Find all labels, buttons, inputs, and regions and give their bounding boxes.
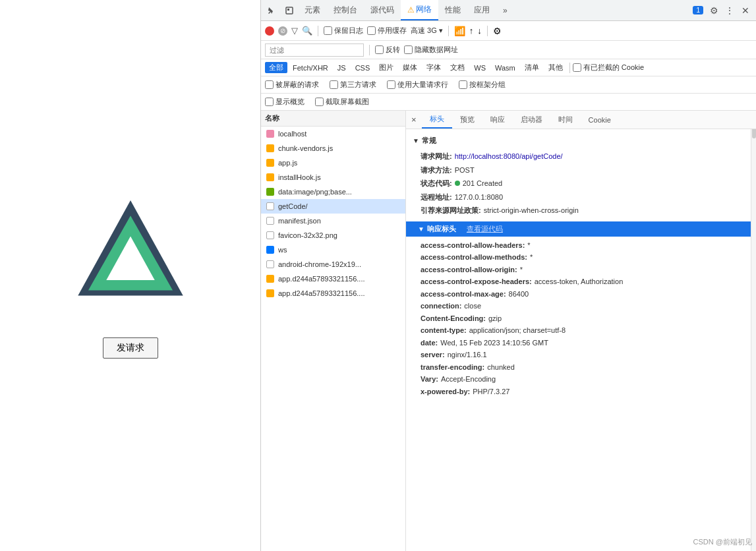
request-item-app-js[interactable]: app.js [261, 156, 405, 170]
type-btn-font[interactable]: 字体 [422, 62, 445, 73]
detail-content: ▼ 常规 请求网址: http://localhost:8080/api/get… [406, 129, 756, 401]
tab-network[interactable]: ⚠网络 [401, 0, 438, 20]
options-right: 使用大量请求行 按框架分组 [387, 80, 506, 90]
show-overview-checkbox[interactable]: 显示概览 [265, 97, 305, 107]
block-button[interactable]: ⊘ [278, 26, 287, 36]
record-button[interactable] [265, 26, 274, 36]
req-icon-dataimage [266, 188, 274, 196]
download-icon[interactable]: ↓ [477, 26, 482, 36]
type-btn-css[interactable]: CSS [351, 63, 374, 72]
cookie-filter-checkbox[interactable]: 有已拦截的 Cookie [573, 63, 644, 72]
request-item-dataimage[interactable]: data:image/png;base... [261, 185, 405, 199]
request-item-favicon[interactable]: favicon-32x32.png [261, 228, 405, 243]
options-left-2: 显示概览 [265, 97, 305, 107]
detail-tab-initiator[interactable]: 启动器 [513, 111, 550, 129]
network-warning-icon: ⚠ [407, 5, 415, 14]
type-btn-js[interactable]: JS [334, 63, 350, 72]
capture-screenshot-checkbox[interactable]: 截取屏幕截图 [315, 97, 369, 107]
view-source-link[interactable]: 查看源代码 [467, 224, 503, 234]
tab-sources[interactable]: 源代码 [364, 0, 401, 20]
req-icon-localhost [266, 130, 274, 138]
tab-more[interactable]: » [496, 0, 514, 20]
tab-elements[interactable]: 元素 [298, 0, 327, 20]
large-rows-checkbox[interactable]: 使用大量请求行 [387, 80, 448, 90]
upload-icon[interactable]: ↑ [469, 26, 474, 36]
req-icon-app-js [266, 159, 274, 167]
svg-rect-4 [287, 9, 289, 11]
request-list-header: 名称 [261, 111, 405, 127]
request-method-row: 请求方法: POST [413, 163, 749, 177]
request-item-localhost[interactable]: localhost [261, 127, 405, 141]
detail-tab-timing[interactable]: 时间 [550, 111, 581, 129]
options-right-2: 截取屏幕截图 [315, 97, 369, 107]
close-detail-button[interactable]: × [406, 115, 422, 125]
request-item-ws[interactable]: ws [261, 243, 405, 257]
send-request-button[interactable]: 发请求 [103, 337, 158, 359]
request-item-installhook[interactable]: installHook.js [261, 170, 405, 185]
invert-checkbox[interactable]: 反转 [375, 45, 400, 55]
status-code-row: 状态代码: 201 Created [413, 177, 749, 190]
response-headers-section[interactable]: ▼ 响应标头 查看源代码 [406, 221, 756, 237]
settings-icon[interactable]: ⚙ [706, 3, 722, 18]
blocked-requests-checkbox[interactable]: 被屏蔽的请求 [265, 80, 319, 90]
detail-tabs: × 标头 预览 响应 启动器 时间 Cookie [406, 111, 756, 129]
tab-cursor[interactable] [264, 0, 281, 20]
type-btn-fetch[interactable]: Fetch/XHR [289, 63, 332, 72]
app-panel: 发请求 [0, 0, 260, 551]
tab-console[interactable]: 控制台 [327, 0, 364, 20]
network-settings-icon[interactable]: ⚙ [493, 26, 502, 36]
network-main: ⊘ ▽ 🔍 保留日志 停用缓存 高速 3G ▾ 📶 ↑ ↓ ⚙ [261, 21, 756, 551]
header-row-allow-headers: access-control-allow-headers: * [413, 239, 749, 252]
request-list: 名称 localhost chunk-vendors.js app.js ins… [261, 111, 406, 551]
csdn-watermark: CSDN @前端初见 [693, 537, 752, 547]
req-icon-installhook [266, 173, 274, 181]
filter-input[interactable] [265, 44, 364, 57]
tab-performance[interactable]: 性能 [438, 0, 467, 20]
vue-logo [65, 192, 196, 311]
tab-application[interactable]: 应用 [467, 0, 496, 20]
type-btn-media[interactable]: 媒体 [399, 62, 421, 73]
network-toolbar: ⊘ ▽ 🔍 保留日志 停用缓存 高速 3G ▾ 📶 ↑ ↓ ⚙ [261, 21, 756, 41]
close-devtools-icon[interactable]: ✕ [738, 3, 753, 18]
type-btn-img[interactable]: 图片 [375, 62, 397, 73]
header-row-max-age: access-control-max-age: 86400 [413, 288, 749, 301]
header-row-x-powered-by: x-powered-by: PHP/7.3.27 [413, 386, 749, 398]
detail-tab-headers[interactable]: 标头 [422, 111, 452, 129]
general-section-header[interactable]: ▼ 常规 [413, 133, 749, 148]
hide-data-urls-checkbox[interactable]: 隐藏数据网址 [404, 45, 458, 55]
detail-tab-cookies[interactable]: Cookie [581, 111, 619, 129]
header-row-allow-origin: access-control-allow-origin: * [413, 264, 749, 276]
request-item-manifest[interactable]: manifest.json [261, 214, 405, 228]
filter-icon[interactable]: ▽ [291, 26, 298, 36]
notification-badge: 1 [693, 6, 703, 14]
third-party-checkbox[interactable]: 第三方请求 [330, 80, 376, 90]
separator-4 [369, 45, 370, 55]
disable-cache-checkbox[interactable]: 停用缓存 [367, 26, 407, 36]
request-item-chunk-vendors[interactable]: chunk-vendors.js [261, 141, 405, 156]
type-btn-other[interactable]: 其他 [544, 62, 567, 73]
detail-tab-preview[interactable]: 预览 [452, 111, 482, 129]
type-btn-wasm[interactable]: Wasm [491, 63, 519, 72]
type-btn-manifest[interactable]: 清单 [521, 62, 543, 73]
detail-scrollbar[interactable] [751, 111, 756, 551]
tab-square[interactable] [281, 0, 298, 20]
speed-dropdown[interactable]: 高速 3G ▾ [411, 26, 443, 36]
request-item-app-hash-1[interactable]: app.d244a57893321156.... [261, 272, 405, 286]
type-btn-all[interactable]: 全部 [265, 62, 287, 73]
request-item-app-hash-2[interactable]: app.d244a57893321156.... [261, 286, 405, 301]
header-row-date: date: Wed, 15 Feb 2023 14:10:56 GMT [413, 337, 749, 349]
request-item-android-chrome[interactable]: android-chrome-192x19... [261, 257, 405, 272]
header-row-content-encoding: Content-Encoding: gzip [413, 312, 749, 325]
detail-tab-response[interactable]: 响应 [482, 111, 513, 129]
remote-address-row: 远程地址: 127.0.0.1:8080 [413, 190, 749, 204]
search-icon[interactable]: 🔍 [302, 26, 312, 36]
network-body: 名称 localhost chunk-vendors.js app.js ins… [261, 111, 756, 551]
request-item-getcode[interactable]: getCode/ [261, 199, 405, 214]
group-by-frame-checkbox[interactable]: 按框架分组 [459, 80, 506, 90]
type-btn-ws[interactable]: WS [470, 63, 490, 72]
options-left: 被屏蔽的请求 第三方请求 [265, 80, 376, 90]
type-btn-doc[interactable]: 文档 [446, 62, 469, 73]
preserve-log-checkbox[interactable]: 保留日志 [324, 26, 363, 36]
more-options-icon[interactable]: ⋮ [722, 3, 738, 18]
req-icon-favicon [266, 231, 274, 239]
